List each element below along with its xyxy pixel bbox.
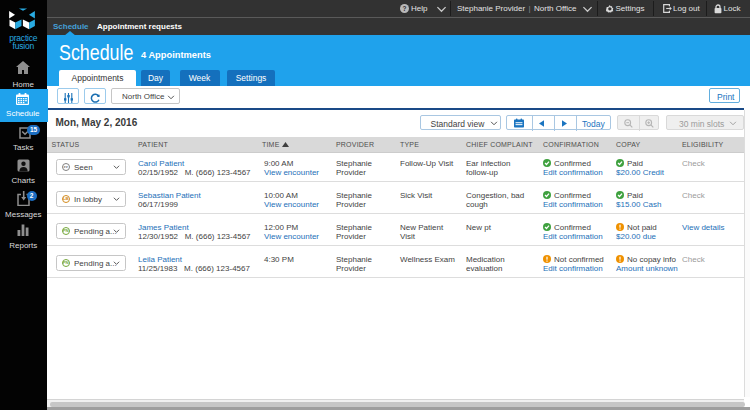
- svg-text:?: ?: [403, 5, 407, 12]
